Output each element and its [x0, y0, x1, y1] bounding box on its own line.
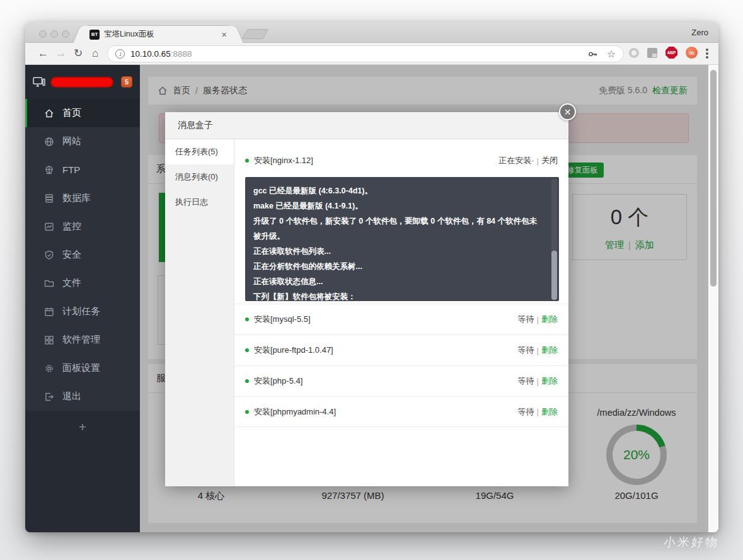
task-delete-link[interactable]: 删除 — [541, 406, 558, 418]
tab-close-icon[interactable]: × — [221, 30, 227, 39]
sidebar-item-home[interactable]: 首页 — [25, 99, 140, 127]
browser-menu-icon[interactable] — [706, 47, 708, 59]
modal-title: 消息盒子 — [165, 112, 568, 139]
tab-exec-log[interactable]: 执行日志 — [165, 190, 234, 215]
browser-tab-strip: BT 宝塔Linux面板 × Zero — [25, 22, 718, 43]
browser-toolbar: ← → ↻ ⌂ i 10.10.0.65:8888 ☆ ABP ∞ — [25, 43, 718, 65]
monitor-chart-icon — [44, 222, 54, 232]
adblock-abp-icon[interactable]: ABP — [665, 47, 677, 59]
folder-icon — [44, 278, 54, 289]
task-row-phpmyadmin: 安装[phpmyadmin-4.4] 等待 | 删除 — [234, 396, 568, 427]
sidebar-add-button[interactable]: + — [25, 411, 140, 532]
bookmark-star-icon[interactable]: ☆ — [607, 48, 616, 60]
sidebar: 5 首页 网站 FTP 数据库 — [25, 65, 140, 532]
gear-icon — [44, 363, 54, 374]
tab-message-list[interactable]: 消息列表(0) — [165, 164, 234, 190]
tab-task-list[interactable]: 任务列表(5) — [165, 139, 234, 164]
sidebar-item-files[interactable]: 文件 — [25, 269, 140, 297]
task-delete-link[interactable]: 删除 — [541, 375, 558, 387]
task-delete-link[interactable]: 删除 — [541, 314, 558, 325]
message-count-badge[interactable]: 5 — [121, 76, 132, 88]
forward-icon: → — [55, 48, 66, 59]
task-delete-link[interactable]: 删除 — [541, 345, 558, 356]
sidebar-item-settings[interactable]: 面板设置 — [25, 354, 140, 382]
task-status-dot — [245, 159, 249, 163]
install-console-output[interactable]: gcc 已经是最新版 (4:6.3.0-4d1)。 make 已经是最新版 (4… — [245, 177, 559, 301]
url-text[interactable]: 10.10.0.65:8888 — [130, 49, 588, 59]
sidebar-item-database[interactable]: 数据库 — [25, 184, 140, 212]
task-row-pureftpd: 安装[pure-ftpd-1.0.47] 等待 | 删除 — [234, 334, 568, 365]
home-icon — [44, 108, 54, 118]
sidebar-item-monitor[interactable]: 监控 — [25, 212, 140, 241]
task-row-nginx: 安装[nginx-1.12] 正在安装· | 关闭 — [234, 148, 568, 173]
sidebar-item-website[interactable]: 网站 — [25, 127, 140, 156]
shield-icon — [44, 250, 54, 260]
traffic-light-close[interactable] — [39, 30, 47, 38]
address-bar[interactable]: i 10.10.0.65:8888 ☆ — [107, 45, 624, 62]
grid-icon — [44, 335, 54, 345]
browser-window: BT 宝塔Linux面板 × Zero ← → ↻ ⌂ i 10.10.0.65… — [25, 22, 718, 532]
page-viewport: 5 首页 网站 FTP 数据库 — [25, 65, 718, 532]
page-scrollbar[interactable] — [708, 65, 718, 532]
task-status-dot — [245, 317, 249, 321]
task-close-link[interactable]: 关闭 — [541, 155, 558, 166]
home-icon[interactable]: ⌂ — [92, 48, 98, 59]
modal-content: 安装[nginx-1.12] 正在安装· | 关闭 gcc 已经是最新版 (4:… — [234, 139, 568, 486]
sidebar-item-security[interactable]: 安全 — [25, 241, 140, 269]
message-box-modal: ✕ 消息盒子 任务列表(5) 消息列表(0) 执行日志 安装[nginx-1.1… — [165, 112, 568, 486]
task-row-php: 安装[php-5.4] 等待 | 删除 — [234, 365, 568, 396]
console-scrollbar-thumb[interactable] — [551, 251, 557, 300]
globe-icon — [44, 137, 54, 147]
tab-title: 宝塔Linux面板 — [104, 29, 221, 40]
infinity-extension-icon[interactable]: ∞ — [686, 47, 698, 59]
sidebar-item-cron[interactable]: 计划任务 — [25, 297, 140, 326]
screenshot-watermark: 小米好物 — [663, 534, 720, 551]
bt-favicon: BT — [89, 30, 100, 40]
task-status-dot — [245, 410, 249, 414]
traffic-light-minimize[interactable] — [50, 30, 58, 38]
sidebar-item-ftp[interactable]: FTP — [25, 156, 140, 184]
traffic-light-zoom[interactable] — [62, 30, 69, 38]
extension-gray-icon[interactable] — [647, 48, 657, 58]
browser-profile-name[interactable]: Zero — [691, 28, 708, 37]
browser-tab[interactable]: BT 宝塔Linux面板 × — [83, 26, 233, 43]
server-monitor-icon — [33, 76, 45, 88]
ftp-globe-icon — [44, 165, 54, 175]
sidebar-logo-row: 5 — [25, 65, 140, 99]
modal-tab-list: 任务列表(5) 消息列表(0) 执行日志 — [165, 139, 234, 486]
task-row-mysql: 安装[mysql-5.5] 等待 | 删除 — [234, 304, 568, 334]
password-key-icon[interactable] — [588, 49, 598, 59]
back-icon[interactable]: ← — [38, 48, 49, 59]
reload-icon[interactable]: ↻ — [74, 48, 83, 59]
page-scrollbar-thumb[interactable] — [710, 70, 717, 287]
redacted-hostname — [50, 77, 113, 88]
extension-circle-icon[interactable] — [629, 48, 639, 58]
task-status-dot — [245, 379, 249, 383]
sidebar-item-software[interactable]: 软件管理 — [25, 326, 140, 354]
new-tab-button[interactable] — [242, 29, 269, 39]
sidebar-item-logout[interactable]: 退出 — [25, 382, 140, 411]
extension-icons: ABP ∞ — [629, 47, 708, 59]
calendar-icon — [44, 307, 54, 317]
logout-icon — [44, 392, 54, 402]
database-icon — [44, 193, 54, 203]
sidebar-menu: 首页 网站 FTP 数据库 监控 — [25, 99, 140, 411]
page-info-icon[interactable]: i — [115, 49, 125, 59]
modal-close-icon[interactable]: ✕ — [559, 103, 576, 120]
task-status-dot — [245, 348, 249, 352]
